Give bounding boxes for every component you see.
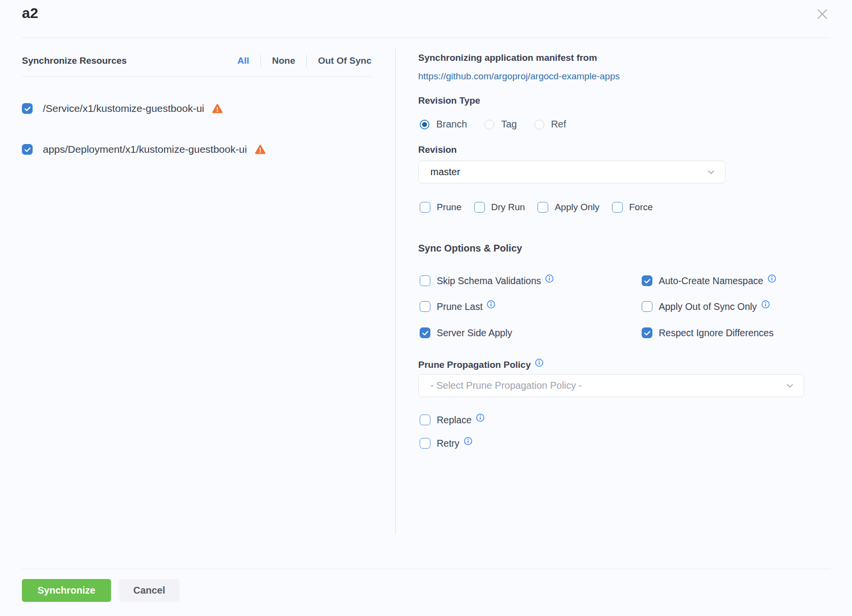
auto-create-namespace-label: Auto-Create Namespace (659, 275, 763, 287)
skip-schema-validations-checkbox[interactable] (420, 275, 430, 286)
respect-ignore-differences-checkbox[interactable] (642, 327, 652, 338)
resource-row: /Service/x1/kustomize-guestbook-ui (22, 102, 223, 115)
force-label: Force (629, 202, 653, 213)
checkmark-icon (644, 329, 651, 337)
sync-flags-row: Prune Dry Run Apply Only Force (420, 202, 666, 213)
retry-label: Retry (437, 438, 460, 449)
option-respect-ignore-differences: Respect Ignore Differences (642, 327, 774, 339)
resource-filter-tabs: All None Out Of Sync (237, 54, 371, 67)
checkmark-icon (644, 277, 651, 285)
prune-propagation-policy-value: - Select Prune Propagation Policy - (430, 380, 785, 391)
branch-radio[interactable] (420, 120, 429, 129)
checkmark-icon (422, 329, 429, 337)
resource-label: apps/Deployment/x1/kustomize-guestbook-u… (43, 144, 247, 155)
tag-radio[interactable] (484, 120, 494, 129)
tab-out-of-sync[interactable]: Out Of Sync (318, 55, 371, 66)
tab-separator (306, 54, 307, 67)
tag-radio-label: Tag (501, 119, 517, 130)
panel-divider (395, 49, 396, 534)
flag-apply-only: Apply Only (537, 202, 599, 213)
skip-schema-validations-label: Skip Schema Validations (437, 275, 541, 287)
option-retry: Retry (420, 437, 472, 449)
apply-out-of-sync-only-checkbox[interactable] (642, 301, 652, 312)
revision-label: Revision (418, 145, 457, 155)
chevron-down-icon (706, 167, 716, 177)
option-replace: Replace (420, 414, 484, 426)
resource-label: /Service/x1/kustomize-guestbook-ui (43, 103, 204, 114)
manifest-url-link[interactable]: https://github.com/argoproj/argocd-examp… (418, 71, 620, 82)
warning-icon (254, 144, 266, 155)
branch-radio-label: Branch (436, 119, 467, 130)
flag-dry-run: Dry Run (474, 202, 525, 213)
info-icon[interactable] (761, 300, 770, 308)
info-icon[interactable] (535, 359, 543, 367)
replace-label: Replace (437, 415, 472, 426)
apply-only-label: Apply Only (555, 202, 599, 213)
prune-label: Prune (437, 202, 462, 213)
radio-group-tag: Tag (484, 119, 517, 130)
resources-header: Synchronize Resources All None Out Of Sy… (22, 54, 371, 77)
option-skip-schema-validations: Skip Schema Validations (420, 275, 554, 287)
checkmark-icon (24, 105, 31, 112)
revision-select[interactable]: master (418, 161, 725, 183)
server-side-apply-label: Server Side Apply (437, 327, 512, 339)
footer-divider (22, 569, 831, 569)
close-button[interactable] (814, 6, 831, 22)
option-apply-out-of-sync-only: Apply Out of Sync Only (642, 301, 770, 312)
tab-all[interactable]: All (237, 55, 249, 66)
info-icon[interactable] (476, 414, 484, 422)
prune-last-checkbox[interactable] (420, 301, 430, 312)
server-side-apply-checkbox[interactable] (420, 327, 430, 338)
dialog-title: a2 (22, 5, 38, 21)
cancel-button[interactable]: Cancel (119, 579, 180, 602)
checkmark-icon (24, 146, 31, 153)
dry-run-label: Dry Run (491, 202, 525, 213)
respect-ignore-differences-label: Respect Ignore Differences (659, 327, 774, 339)
force-checkbox[interactable] (612, 202, 623, 213)
manifest-heading: Synchronizing application manifest from (418, 53, 597, 63)
info-icon[interactable] (545, 274, 554, 283)
radio-group-ref: Ref (535, 119, 566, 130)
prune-last-label: Prune Last (437, 301, 482, 312)
revision-select-value: master (430, 166, 706, 178)
prune-propagation-policy-select[interactable]: - Select Prune Propagation Policy - (418, 374, 804, 397)
sync-options-heading: Sync Options & Policy (418, 243, 522, 254)
flag-prune: Prune (420, 202, 462, 213)
warning-icon (211, 103, 223, 114)
tab-none[interactable]: None (272, 55, 296, 66)
header-divider (22, 37, 831, 38)
resource-row: apps/Deployment/x1/kustomize-guestbook-u… (22, 143, 266, 156)
flag-force: Force (612, 202, 653, 213)
option-server-side-apply: Server Side Apply (420, 327, 512, 339)
synchronize-button[interactable]: Synchronize (22, 579, 111, 602)
replace-checkbox[interactable] (420, 415, 430, 425)
radio-group-branch: Branch (420, 119, 467, 130)
prune-checkbox[interactable] (420, 202, 430, 213)
option-prune-last: Prune Last (420, 301, 495, 312)
prune-propagation-policy-label: Prune Propagation Policy (418, 360, 531, 370)
info-icon[interactable] (464, 437, 472, 445)
resource-checkbox[interactable] (22, 103, 33, 114)
ref-radio[interactable] (535, 120, 544, 129)
prune-propagation-policy-row: Prune Propagation Policy (418, 359, 543, 371)
chevron-down-icon (785, 380, 795, 391)
close-icon (815, 7, 830, 21)
apply-out-of-sync-only-label: Apply Out of Sync Only (659, 301, 757, 312)
option-auto-create-namespace: Auto-Create Namespace (642, 275, 776, 287)
dry-run-checkbox[interactable] (474, 202, 485, 213)
ref-radio-label: Ref (551, 119, 566, 130)
auto-create-namespace-checkbox[interactable] (642, 275, 652, 286)
retry-checkbox[interactable] (420, 438, 430, 449)
tab-separator (260, 54, 261, 67)
info-icon[interactable] (768, 274, 776, 283)
sync-dialog: a2 Synchronize Resources All None Out Of… (0, 0, 852, 616)
info-icon[interactable] (487, 300, 495, 308)
resource-checkbox[interactable] (22, 144, 33, 155)
revision-type-label: Revision Type (418, 95, 480, 106)
apply-only-checkbox[interactable] (537, 202, 548, 213)
resources-title: Synchronize Resources (22, 55, 127, 66)
revision-type-options: Branch Tag Ref (420, 119, 584, 130)
